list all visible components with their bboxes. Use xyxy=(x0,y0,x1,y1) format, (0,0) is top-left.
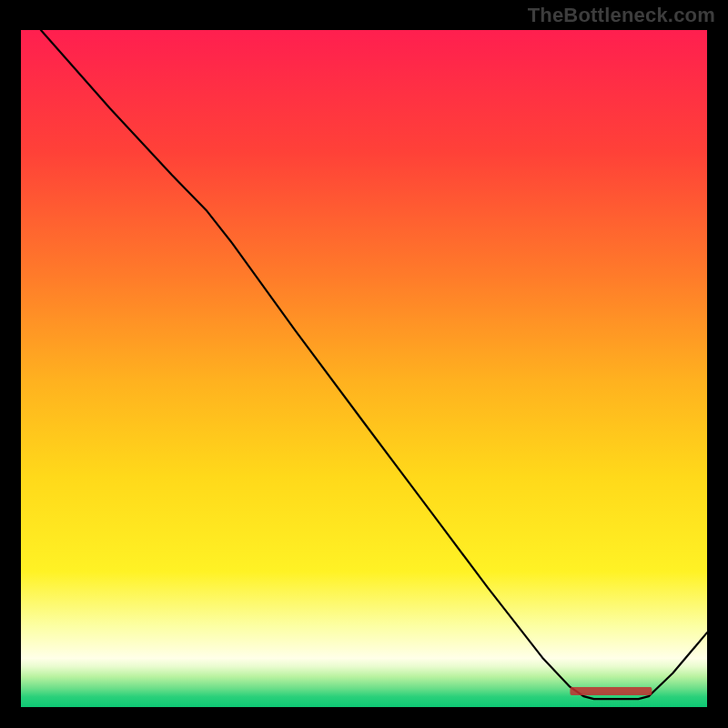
gradient-background xyxy=(21,30,707,707)
chart-container: TheBottleneck.com xyxy=(0,0,728,728)
annotation-group xyxy=(570,687,652,695)
plot-area-frame xyxy=(21,30,707,707)
plot-svg xyxy=(21,30,707,707)
watermark-text: TheBottleneck.com xyxy=(528,4,715,27)
range-label xyxy=(570,687,652,695)
